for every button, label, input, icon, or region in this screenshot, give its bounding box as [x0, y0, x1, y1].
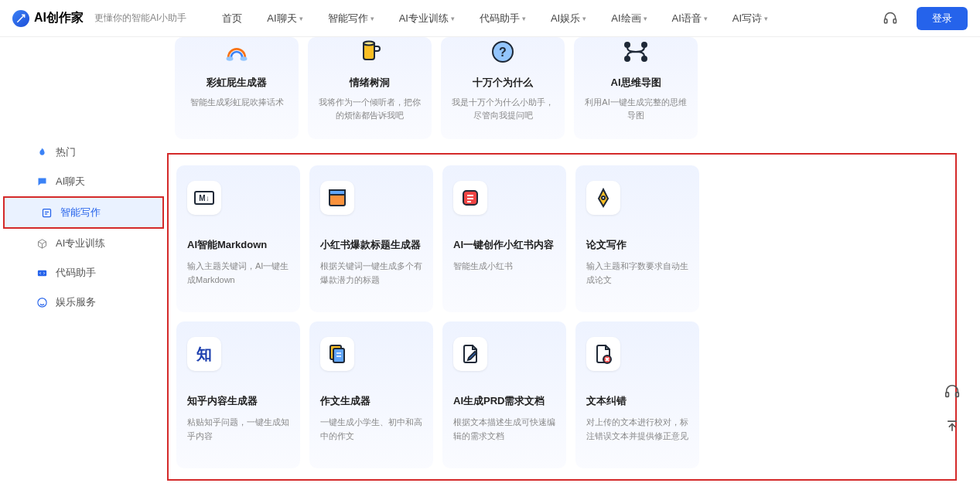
card-desc: 智能生成小红书 — [453, 260, 555, 274]
doc-icon — [320, 337, 354, 371]
card-markdown[interactable]: M↓ AI智能Markdown 输入主题关键词，AI一键生成Markdown — [176, 165, 300, 312]
card-mindmap[interactable]: AI思维导图 利用AI一键生成完整的思维导图 — [574, 37, 698, 139]
svg-rect-0 — [885, 19, 887, 22]
card-thesis[interactable]: 论文写作 输入主题和字数要求自动生成论文 — [575, 165, 699, 312]
smile-icon — [36, 296, 48, 308]
markdown-icon: M↓ — [187, 181, 221, 215]
svg-rect-2 — [43, 209, 50, 216]
card-title: 彩虹屁生成器 — [207, 76, 267, 90]
svg-rect-18 — [463, 191, 477, 205]
svg-rect-1 — [893, 19, 896, 22]
sidebar-label: AI聊天 — [56, 175, 85, 189]
nav-training[interactable]: AI专业训练▾ — [388, 7, 466, 30]
svg-text:?: ? — [499, 46, 507, 59]
login-button[interactable]: 登录 — [917, 7, 968, 30]
card-desc: 智能生成彩虹屁吹捧话术 — [190, 96, 284, 109]
svg-point-5 — [227, 56, 234, 60]
card-title: AI一键创作小红书内容 — [453, 238, 555, 252]
sidebar-label: 智能写作 — [60, 206, 101, 219]
note-icon — [453, 181, 487, 215]
card-desc: 我将作为一个倾听者，把你的烦恼都告诉我吧 — [319, 96, 421, 121]
svg-point-7 — [364, 42, 374, 46]
cube-icon — [36, 237, 48, 250]
support-button[interactable] — [941, 381, 963, 403]
cup-icon — [355, 37, 384, 66]
sidebar: 热门 AI聊天 智能写作 AI专业训练 代码助手 娱乐服务 — [0, 37, 167, 483]
card-rainbow[interactable]: 彩虹屁生成器 智能生成彩虹屁吹捧话术 — [175, 37, 299, 139]
card-title: AI智能Markdown — [187, 238, 289, 252]
card-why[interactable]: ? 十万个为什么 我是十万个为什么小助手，尽管向我提问吧 — [441, 37, 565, 139]
writing-section: M↓ AI智能Markdown 输入主题关键词，AI一键生成Markdown 小… — [167, 153, 957, 481]
sidebar-label: 娱乐服务 — [56, 295, 96, 309]
svg-text:M↓: M↓ — [199, 194, 209, 202]
sidebar-item-hot[interactable]: 热门 — [0, 138, 167, 167]
top-bar: AI创作家 更懂你的智能AI小助手 首页 AI聊天▾ 智能写作▾ AI专业训练▾… — [0, 0, 980, 37]
card-title: 情绪树洞 — [350, 76, 390, 90]
chat-icon — [36, 175, 48, 188]
card-xhs-content[interactable]: AI一键创作小红书内容 智能生成小红书 — [442, 165, 566, 312]
sidebar-item-chat[interactable]: AI聊天 — [0, 167, 167, 196]
sidebar-label: 代码助手 — [56, 266, 96, 280]
card-desc: 输入主题关键词，AI一键生成Markdown — [187, 260, 289, 287]
svg-point-19 — [602, 196, 605, 199]
nav: 首页 AI聊天▾ 智能写作▾ AI专业训练▾ 代码助手▾ AI娱乐▾ AI绘画▾… — [211, 7, 864, 30]
nav-draw[interactable]: AI绘画▾ — [600, 7, 657, 30]
rainbow-icon — [222, 37, 251, 66]
chevron-down-icon: ▾ — [764, 15, 768, 22]
nav-code[interactable]: 代码助手▾ — [469, 7, 537, 30]
svg-rect-17 — [330, 190, 345, 195]
card-desc: 对上传的文本进行校对，标注错误文本并提供修正意见 — [586, 416, 688, 443]
card-desc: 一键生成小学生、初中和高中的作文 — [320, 416, 422, 443]
chevron-down-icon: ▾ — [644, 15, 647, 22]
headset-icon[interactable] — [883, 11, 898, 26]
card-desc: 我是十万个为什么小助手，尽管向我提问吧 — [452, 96, 554, 121]
svg-point-13 — [642, 56, 647, 61]
nav-voice[interactable]: AI语音▾ — [661, 7, 719, 30]
card-correct[interactable]: 文本纠错 对上传的文本进行校对，标注错误文本并提供修正意见 — [575, 321, 699, 468]
svg-rect-3 — [37, 270, 46, 276]
chevron-down-icon: ▾ — [522, 15, 526, 22]
nav-chat[interactable]: AI聊天▾ — [256, 7, 313, 30]
logo[interactable]: AI创作家 — [12, 10, 84, 27]
card-desc: 利用AI一键生成完整的思维导图 — [585, 96, 687, 121]
sidebar-item-training[interactable]: AI专业训练 — [0, 229, 167, 258]
card-essay[interactable]: 作文生成器 一键生成小学生、初中和高中的作文 — [309, 321, 433, 468]
file-edit-icon — [453, 337, 487, 371]
top-cards-grid: 彩虹屁生成器 智能生成彩虹屁吹捧话术 情绪树洞 我将作为一个倾听者，把你的烦恼都… — [175, 37, 957, 139]
sidebar-label: AI专业训练 — [56, 236, 105, 250]
svg-rect-25 — [956, 393, 959, 397]
zhihu-icon: 知 — [187, 337, 221, 371]
float-buttons — [941, 381, 963, 437]
svg-rect-24 — [946, 393, 949, 397]
chevron-down-icon: ▾ — [370, 15, 374, 22]
main-cards-grid: M↓ AI智能Markdown 输入主题关键词，AI一键生成Markdown 小… — [176, 165, 948, 468]
mindmap-icon — [621, 37, 650, 66]
fire-icon — [36, 146, 48, 158]
window-icon — [320, 181, 354, 215]
nav-fun[interactable]: AI娱乐▾ — [540, 7, 597, 30]
nav-poem[interactable]: AI写诗▾ — [722, 7, 779, 30]
chevron-down-icon: ▾ — [451, 15, 455, 22]
card-title: AI思维导图 — [611, 76, 661, 90]
card-title: 作文生成器 — [320, 394, 422, 408]
back-to-top-button[interactable] — [941, 415, 963, 437]
sidebar-item-writing[interactable]: 智能写作 — [3, 196, 164, 229]
nav-home[interactable]: 首页 — [211, 7, 253, 30]
svg-point-10 — [625, 43, 630, 47]
svg-rect-22 — [333, 349, 344, 362]
pen-icon — [586, 181, 620, 215]
tagline: 更懂你的智能AI小助手 — [94, 12, 186, 25]
edit-icon — [40, 206, 53, 219]
card-prd[interactable]: AI生成PRD需求文档 根据文本描述生成可快速编辑的需求文档 — [442, 321, 566, 468]
logo-text: AI创作家 — [34, 10, 84, 26]
svg-point-4 — [37, 298, 46, 306]
card-zhihu[interactable]: 知 知乎内容生成器 粘贴知乎问题，一键生成知乎内容 — [176, 321, 300, 468]
file-error-icon — [586, 337, 620, 371]
chevron-down-icon: ▾ — [299, 15, 303, 22]
card-desc: 根据文本描述生成可快速编辑的需求文档 — [453, 416, 555, 443]
sidebar-item-code[interactable]: 代码助手 — [0, 258, 167, 287]
card-xhs-title[interactable]: 小红书爆款标题生成器 根据关键词一键生成多个有爆款潜力的标题 — [309, 165, 433, 312]
card-emotion[interactable]: 情绪树洞 我将作为一个倾听者，把你的烦恼都告诉我吧 — [308, 37, 432, 139]
nav-writing[interactable]: 智能写作▾ — [317, 7, 385, 30]
sidebar-item-fun[interactable]: 娱乐服务 — [0, 287, 167, 317]
